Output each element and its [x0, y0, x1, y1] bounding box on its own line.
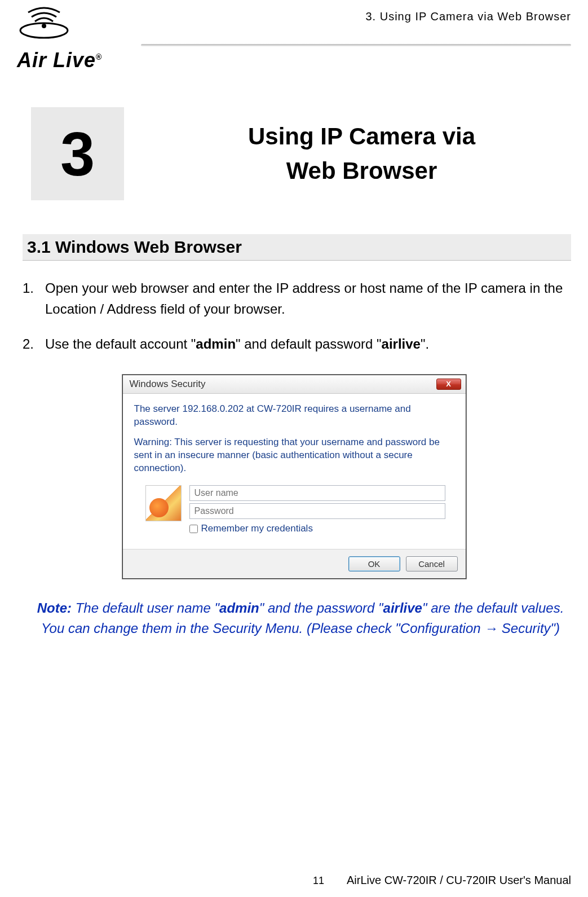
dialog-server-line: The server 192.168.0.202 at CW-720IR req…: [134, 403, 454, 429]
chapter-number: 3: [60, 118, 95, 190]
header-chapter-ref: 3. Using IP Camera via Web Browser: [366, 10, 572, 23]
list-body: Open your web browser and enter the IP a…: [45, 278, 571, 319]
note-block: Note: The default user name "admin" and …: [31, 598, 570, 639]
list-number: 1.: [23, 278, 45, 319]
page-footer: 11 AirLive CW-720IR / CU-720IR User's Ma…: [17, 874, 571, 887]
ok-button[interactable]: OK: [348, 556, 400, 571]
list-number: 2.: [23, 333, 45, 354]
credentials-icon: [145, 485, 182, 521]
dialog-title: Windows Security: [130, 379, 206, 390]
instruction-list: 1. Open your web browser and enter the I…: [23, 278, 571, 355]
logo-text: Air Live®: [17, 49, 147, 72]
section-heading-bar: 3.1 Windows Web Browser: [23, 234, 571, 261]
list-item: 1. Open your web browser and enter the I…: [23, 278, 571, 319]
credentials-fields: Remember my credentials: [189, 485, 445, 535]
logo-graphic: [17, 6, 141, 46]
note-label: Note:: [37, 600, 72, 615]
dialog-body: The server 192.168.0.202 at CW-720IR req…: [123, 394, 466, 549]
credentials-row: Remember my credentials: [145, 485, 454, 535]
header-divider: [141, 44, 571, 46]
list-item: 2. Use the default account "admin" and d…: [23, 333, 571, 354]
close-button[interactable]: X: [436, 379, 461, 390]
list-body: Use the default account "admin" and defa…: [45, 333, 571, 354]
username-input[interactable]: [189, 485, 445, 501]
remember-checkbox[interactable]: [189, 525, 198, 533]
remember-text: Remember my credentials: [201, 522, 313, 535]
page-header: Air Live® 3. Using IP Camera via Web Bro…: [0, 0, 588, 62]
close-icon: X: [446, 380, 451, 388]
screenshot-dialog-wrap: Windows Security X The server 192.168.0.…: [0, 375, 588, 579]
dialog-warning-line: Warning: This server is requesting that …: [134, 436, 454, 475]
section-heading: 3.1 Windows Web Browser: [27, 238, 242, 256]
cancel-button[interactable]: Cancel: [406, 556, 458, 571]
windows-security-dialog: Windows Security X The server 192.168.0.…: [122, 375, 466, 579]
brand-logo: Air Live®: [17, 6, 147, 72]
chapter-number-badge: 3: [31, 107, 124, 200]
chapter-title: Using IP Camera via Web Browser: [152, 120, 571, 188]
manual-title: AirLive CW-720IR / CU-720IR User's Manua…: [347, 874, 571, 887]
dialog-footer: OK Cancel: [123, 549, 466, 578]
password-input[interactable]: [189, 503, 445, 519]
chapter-heading: 3 Using IP Camera via Web Browser: [31, 107, 571, 200]
dialog-titlebar: Windows Security X: [123, 375, 466, 394]
page-number: 11: [313, 875, 324, 887]
remember-credentials-label[interactable]: Remember my credentials: [189, 522, 445, 535]
svg-point-1: [42, 24, 46, 28]
